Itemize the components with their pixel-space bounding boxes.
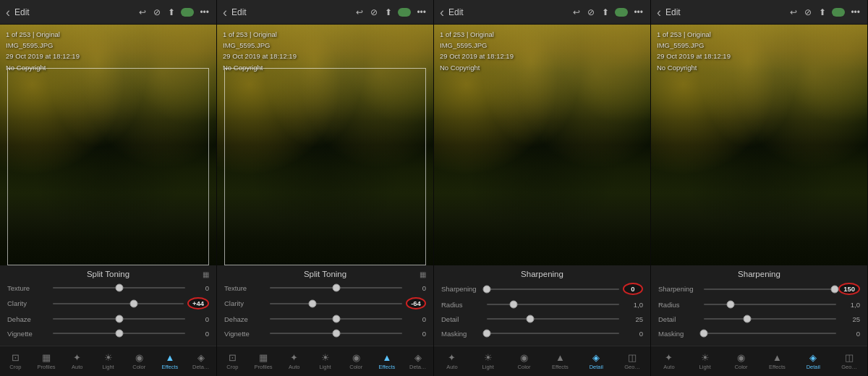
nav-item-profiles[interactable]: ▦Profiles	[248, 346, 279, 376]
cloud-icon[interactable]	[832, 8, 845, 17]
nav-item-crop[interactable]: ⊡Crop	[0, 346, 31, 376]
nav-item-light[interactable]: ☀Light	[93, 346, 124, 376]
nav-item-effects[interactable]: ▲Effects	[155, 346, 186, 376]
nav-item-auto[interactable]: ✦Auto	[651, 346, 687, 376]
slider-track-wrapper[interactable]	[704, 314, 836, 324]
back-button[interactable]: ‹	[657, 6, 661, 19]
slider-track[interactable]	[270, 287, 402, 289]
grid-icon[interactable]: ▦	[420, 270, 426, 278]
slider-thumb[interactable]	[509, 301, 517, 309]
nav-item-light[interactable]: ☀Light	[310, 346, 341, 376]
slider-thumb[interactable]	[831, 285, 839, 293]
nav-item-crop[interactable]: ⊡Crop	[217, 346, 248, 376]
nav-item-color[interactable]: ◉Color	[506, 346, 542, 376]
slider-track-wrapper[interactable]	[270, 299, 402, 309]
slider-thumb[interactable]	[130, 299, 138, 307]
more-icon[interactable]: •••	[415, 6, 427, 19]
edit-label[interactable]: Edit	[448, 7, 464, 17]
slider-thumb[interactable]	[308, 299, 316, 307]
slider-track-wrapper[interactable]	[704, 328, 836, 338]
slider-track[interactable]	[487, 289, 619, 290]
nav-item-auto[interactable]: ✦Auto	[278, 346, 310, 376]
slider-thumb[interactable]	[483, 285, 491, 293]
cancel-icon[interactable]: ⊘	[369, 6, 379, 19]
slider-track-wrapper[interactable]	[270, 328, 402, 338]
cloud-icon[interactable]	[398, 8, 411, 17]
slider-track-wrapper[interactable]	[270, 314, 402, 324]
slider-track[interactable]	[704, 333, 836, 334]
slider-track-wrapper[interactable]	[487, 328, 619, 338]
slider-track[interactable]	[53, 318, 185, 320]
slider-track-wrapper[interactable]	[487, 284, 619, 294]
edit-label[interactable]: Edit	[231, 7, 247, 17]
undo-icon[interactable]: ↩	[354, 6, 365, 19]
nav-item-profiles[interactable]: ▦Profiles	[31, 346, 62, 376]
slider-thumb[interactable]	[726, 301, 734, 309]
upload-icon[interactable]: ⬆	[600, 6, 610, 19]
upload-icon[interactable]: ⬆	[166, 6, 176, 19]
nav-item-geo[interactable]: ◫Geo…	[614, 346, 650, 376]
slider-track[interactable]	[53, 333, 185, 334]
slider-track[interactable]	[270, 303, 402, 304]
nav-item-auto[interactable]: ✦Auto	[61, 346, 93, 376]
upload-icon[interactable]: ⬆	[383, 6, 393, 19]
cloud-icon[interactable]	[181, 8, 194, 17]
nav-item-color[interactable]: ◉Color	[723, 346, 760, 376]
undo-icon[interactable]: ↩	[571, 6, 582, 19]
back-button[interactable]: ‹	[223, 6, 227, 19]
grid-icon[interactable]: ▦	[203, 270, 209, 278]
slider-track-wrapper[interactable]	[487, 299, 619, 309]
more-icon[interactable]: •••	[849, 6, 861, 19]
upload-icon[interactable]: ⬆	[817, 6, 827, 19]
slider-track-wrapper[interactable]	[704, 284, 835, 294]
edit-label[interactable]: Edit	[665, 7, 681, 17]
slider-thumb[interactable]	[332, 330, 340, 338]
more-icon[interactable]: •••	[198, 6, 210, 19]
slider-track[interactable]	[487, 304, 619, 305]
cancel-icon[interactable]: ⊘	[803, 6, 813, 19]
slider-track[interactable]	[487, 318, 619, 320]
slider-thumb[interactable]	[332, 284, 340, 292]
nav-item-deta[interactable]: ◈Deta…	[185, 346, 216, 376]
slider-thumb[interactable]	[115, 284, 123, 292]
more-icon[interactable]: •••	[632, 6, 644, 19]
edit-label[interactable]: Edit	[14, 7, 30, 17]
cancel-icon[interactable]: ⊘	[586, 6, 596, 19]
nav-item-light[interactable]: ☀Light	[687, 346, 723, 376]
slider-thumb[interactable]	[483, 330, 491, 338]
nav-item-detail[interactable]: ◈Detail	[795, 346, 831, 376]
slider-track-wrapper[interactable]	[53, 283, 185, 293]
nav-item-detail[interactable]: ◈Detail	[578, 346, 614, 376]
slider-thumb[interactable]	[115, 315, 123, 323]
undo-icon[interactable]: ↩	[788, 6, 799, 19]
slider-track[interactable]	[487, 333, 619, 334]
slider-track[interactable]	[704, 318, 836, 320]
slider-track[interactable]	[53, 303, 184, 304]
nav-item-effects[interactable]: ▲Effects	[372, 346, 403, 376]
cancel-icon[interactable]: ⊘	[152, 6, 162, 19]
nav-item-effects[interactable]: ▲Effects	[542, 346, 578, 376]
slider-thumb[interactable]	[115, 330, 123, 338]
undo-icon[interactable]: ↩	[137, 6, 148, 19]
slider-track[interactable]	[270, 318, 402, 320]
slider-track[interactable]	[704, 289, 835, 290]
slider-thumb[interactable]	[744, 315, 752, 323]
slider-thumb[interactable]	[700, 330, 708, 338]
slider-track[interactable]	[270, 333, 402, 334]
slider-track[interactable]	[704, 304, 836, 305]
slider-track-wrapper[interactable]	[487, 314, 619, 324]
nav-item-light[interactable]: ☀Light	[470, 346, 506, 376]
nav-item-deta[interactable]: ◈Deta…	[402, 346, 433, 376]
slider-track-wrapper[interactable]	[704, 299, 836, 309]
nav-item-auto[interactable]: ✦Auto	[434, 346, 470, 376]
slider-track-wrapper[interactable]	[53, 299, 184, 309]
slider-track[interactable]	[53, 287, 185, 289]
cloud-icon[interactable]	[615, 8, 628, 17]
nav-item-effects[interactable]: ▲Effects	[759, 346, 795, 376]
slider-thumb[interactable]	[332, 315, 340, 323]
nav-item-color[interactable]: ◉Color	[124, 346, 155, 376]
slider-track-wrapper[interactable]	[270, 283, 402, 293]
slider-thumb[interactable]	[527, 315, 535, 323]
nav-item-color[interactable]: ◉Color	[341, 346, 372, 376]
nav-item-geo[interactable]: ◫Geo…	[831, 346, 867, 376]
